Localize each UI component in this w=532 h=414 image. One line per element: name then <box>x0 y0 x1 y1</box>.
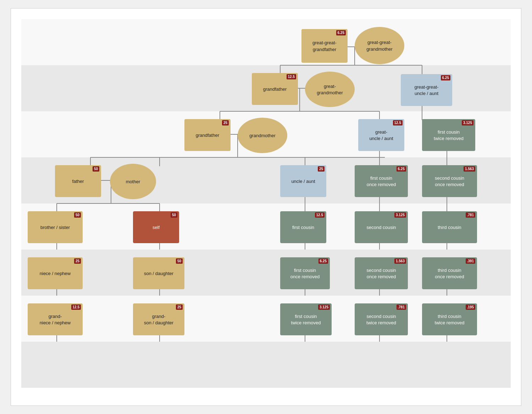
row-band-8 <box>21 342 511 388</box>
great-grandmother-label: great-grandmother <box>317 83 343 96</box>
first-cousin-twice-removed-r3-node: 3.125 first cousintwice removed <box>422 119 475 151</box>
second-cousin-once-removed-r6-node: 1.563 second cousinonce removed <box>355 257 408 289</box>
first-cousin-once-removed-r6-label: first cousinonce removed <box>290 267 320 280</box>
mother-oval-node: mother <box>110 164 156 199</box>
great-great-grandfather-badge: 6.25 <box>336 30 346 35</box>
niece-nephew-node: 25 niece / nephew <box>28 257 83 289</box>
second-cousin-once-removed-r4-node: 1.563 second cousinonce removed <box>422 165 477 197</box>
first-cousin-twice-removed-r7-label: first cousintwice removed <box>291 313 321 326</box>
second-cousin-once-removed-r6-badge: 1.563 <box>394 258 406 264</box>
grand-niece-nephew-label: grand-niece / nephew <box>40 313 71 326</box>
uncle-aunt-badge: 25 <box>318 166 325 172</box>
great-uncle-node: 12.5 great-uncle / aunt <box>358 119 404 151</box>
uncle-aunt-node: 25 uncle / aunt <box>280 165 326 197</box>
second-cousin-badge: 3.125 <box>394 212 406 218</box>
grandfather-r2-node: 12.5 grandfather <box>252 73 298 105</box>
grandmother-oval-label: grandmother <box>249 133 276 139</box>
second-cousin-once-removed-r6-label: second cousinonce removed <box>366 267 396 280</box>
third-cousin-badge: .781 <box>466 212 475 218</box>
third-cousin-once-removed-r6-label: third cousinonce removed <box>435 267 464 280</box>
great-great-uncle-badge: 6.25 <box>441 75 450 80</box>
great-uncle-label: great-uncle / aunt <box>369 129 393 142</box>
great-uncle-badge: 12.5 <box>393 120 403 125</box>
great-grandmother-node: great-grandmother <box>305 72 355 107</box>
first-cousin-twice-removed-r3-label: first cousintwice removed <box>434 129 464 142</box>
first-cousin-label: first cousin <box>292 224 314 231</box>
grand-niece-nephew-badge: 12.5 <box>71 304 81 310</box>
self-label: self <box>153 224 160 231</box>
first-cousin-once-removed-r4-badge: 6.25 <box>397 166 406 172</box>
uncle-aunt-label: uncle / aunt <box>291 178 315 185</box>
second-cousin-node: 3.125 second cousin <box>355 211 408 243</box>
brother-sister-label: brother / sister <box>40 224 70 231</box>
third-cousin-node: .781 third cousin <box>422 211 477 243</box>
grandfather-r3-badge: 25 <box>222 120 229 125</box>
grand-niece-nephew-node: 12.5 grand-niece / nephew <box>28 303 83 335</box>
row-band-1 <box>21 19 511 65</box>
second-cousin-twice-removed-label: second cousintwice removed <box>366 313 396 326</box>
second-cousin-twice-removed-node: .781 second cousintwice removed <box>355 303 408 335</box>
grandfather-r3-node: 25 grandfather <box>184 119 231 151</box>
father-node: 50 father <box>55 165 101 197</box>
mother-oval-label: mother <box>126 179 140 185</box>
chart-container: 6.25 great-great-grandfather great-great… <box>11 8 521 406</box>
chart-wrapper: 6.25 great-great-grandfather great-great… <box>21 19 511 395</box>
great-great-grandmother-node: great-great-grandmother <box>355 27 404 64</box>
first-cousin-once-removed-r6-badge: 6.25 <box>318 258 328 264</box>
first-cousin-twice-removed-r3-badge: 3.125 <box>462 120 473 125</box>
great-great-grandmother-label: great-great-grandmother <box>366 39 393 52</box>
grandfather-r2-label: grandfather <box>263 86 287 93</box>
great-great-uncle-node: 6.25 great-great-uncle / aunt <box>401 74 452 106</box>
niece-nephew-label: niece / nephew <box>40 270 71 277</box>
second-cousin-twice-removed-badge: .781 <box>397 304 406 310</box>
first-cousin-twice-removed-r7-node: 3.125 first cousintwice removed <box>280 303 332 335</box>
brother-sister-badge: 50 <box>74 212 81 218</box>
grandmother-oval-node: grandmother <box>238 118 287 153</box>
second-cousin-once-removed-r4-label: second cousinonce removed <box>435 175 464 188</box>
grand-son-daughter-label: grand-son / daughter <box>144 313 173 326</box>
self-node: 50 self <box>133 211 179 243</box>
grandfather-r3-label: grandfather <box>196 132 220 139</box>
great-great-grandfather-label: great-great-grandfather <box>312 40 337 52</box>
first-cousin-once-removed-r6-node: 6.25 first cousinonce removed <box>280 257 330 289</box>
second-cousin-once-removed-r4-badge: 1.563 <box>464 166 475 172</box>
third-cousin-twice-removed-badge: .195 <box>466 304 475 310</box>
third-cousin-label: third cousin <box>438 224 461 231</box>
first-cousin-badge: 12.5 <box>315 212 325 218</box>
first-cousin-once-removed-r4-node: 6.25 first cousinonce removed <box>355 165 408 197</box>
third-cousin-twice-removed-node: .195 third cousintwice removed <box>422 303 477 335</box>
self-badge: 50 <box>171 212 177 218</box>
grandfather-r2-badge: 12.5 <box>287 74 296 79</box>
niece-nephew-badge: 25 <box>74 258 81 264</box>
first-cousin-once-removed-r4-label: first cousinonce removed <box>367 175 396 188</box>
third-cousin-once-removed-r6-node: .391 third cousinonce removed <box>422 257 477 289</box>
great-great-uncle-label: great-great-uncle / aunt <box>415 84 439 97</box>
first-cousin-twice-removed-r7-badge: 3.125 <box>318 304 330 310</box>
brother-sister-node: 50 brother / sister <box>28 211 83 243</box>
first-cousin-node: 12.5 first cousin <box>280 211 326 243</box>
grand-son-daughter-badge: 25 <box>176 304 183 310</box>
third-cousin-once-removed-r6-badge: .391 <box>466 258 475 264</box>
third-cousin-twice-removed-label: third cousintwice removed <box>435 313 465 326</box>
son-daughter-node: 50 son / daughter <box>133 257 184 289</box>
second-cousin-label: second cousin <box>366 224 396 231</box>
son-daughter-label: son / daughter <box>144 270 173 277</box>
grand-son-daughter-node: 25 grand-son / daughter <box>133 303 184 335</box>
great-great-grandfather-node: 6.25 great-great-grandfather <box>301 29 348 63</box>
son-daughter-badge: 50 <box>176 258 183 264</box>
father-badge: 50 <box>93 166 99 172</box>
father-label: father <box>72 178 84 185</box>
